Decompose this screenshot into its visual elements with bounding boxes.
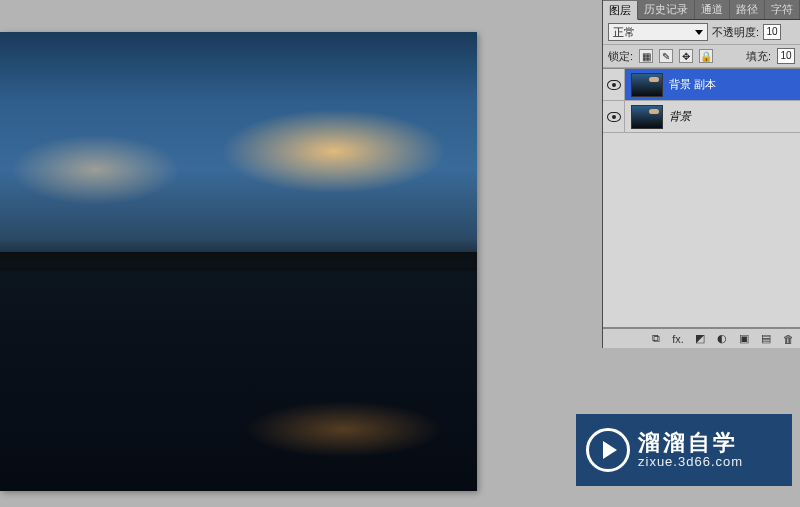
lock-label: 锁定: [608,49,633,64]
eye-icon [607,112,621,122]
play-triangle-icon [603,441,617,459]
layer-name[interactable]: 背景 副本 [669,77,800,92]
tab-history[interactable]: 历史记录 [638,0,695,19]
tab-channels[interactable]: 通道 [695,0,730,19]
blend-mode-value: 正常 [613,25,635,40]
panel-tab-strip: 图层 历史记录 通道 路径 字符 段落 [603,0,800,20]
visibility-toggle[interactable] [603,69,625,100]
play-logo-icon [586,428,630,472]
tab-character[interactable]: 字符 [765,0,800,19]
layers-panel: 图层 历史记录 通道 路径 字符 段落 正常 不透明度: 10 锁定: ▦ ✎ … [602,0,800,348]
canvas-image [0,32,477,491]
layer-item[interactable]: 背景 [603,101,800,133]
lock-fill-row: 锁定: ▦ ✎ ✥ 🔒 填充: 10 [603,45,800,68]
tab-paths[interactable]: 路径 [730,0,765,19]
blend-opacity-row: 正常 不透明度: 10 [603,20,800,45]
fill-value[interactable]: 10 [777,48,795,64]
mask-icon[interactable]: ◩ [692,332,708,346]
adjust-icon[interactable]: ◐ [714,332,730,346]
watermark-subtitle: zixue.3d66.com [638,455,743,469]
eye-icon [607,80,621,90]
layers-list: 背景 副本 背景 [603,68,800,328]
fill-label: 填充: [746,49,771,64]
watermark-text: 溜溜自学 zixue.3d66.com [638,431,743,469]
panel-footer: ⧉ fx. ◩ ◐ ▣ ▤ 🗑 [603,328,800,348]
layer-thumbnail[interactable] [631,105,663,129]
lock-move-icon[interactable]: ✥ [679,49,693,63]
lock-transparent-icon[interactable]: ▦ [639,49,653,63]
lock-brush-icon[interactable]: ✎ [659,49,673,63]
lock-all-icon[interactable]: 🔒 [699,49,713,63]
trash-icon[interactable]: 🗑 [780,332,796,346]
visibility-toggle[interactable] [603,101,625,132]
link-icon[interactable]: ⧉ [648,332,664,346]
chevron-down-icon [695,30,703,35]
opacity-value[interactable]: 10 [763,24,781,40]
watermark-badge: 溜溜自学 zixue.3d66.com [576,414,792,486]
opacity-label: 不透明度: [712,25,759,40]
layer-item[interactable]: 背景 副本 [603,69,800,101]
watermark-title: 溜溜自学 [638,431,743,455]
new-icon[interactable]: ▤ [758,332,774,346]
document-canvas[interactable] [0,32,477,491]
tab-layers[interactable]: 图层 [603,1,638,20]
layer-thumbnail[interactable] [631,73,663,97]
blend-mode-select[interactable]: 正常 [608,23,708,41]
group-icon[interactable]: ▣ [736,332,752,346]
layer-name[interactable]: 背景 [669,109,800,124]
fx-icon[interactable]: fx. [670,332,686,346]
